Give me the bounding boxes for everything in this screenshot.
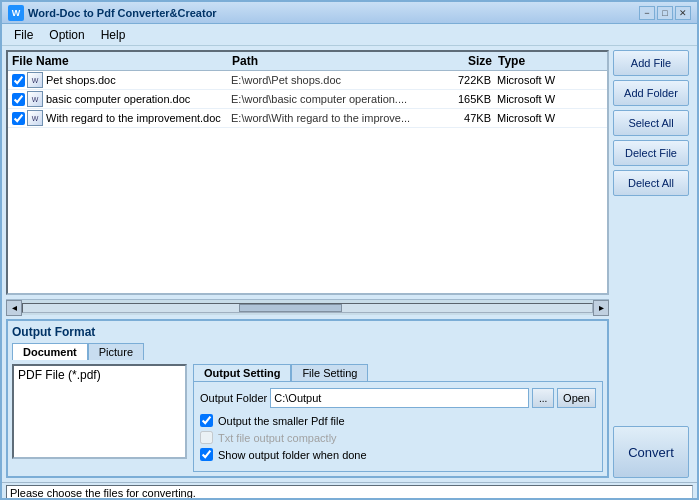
format-tabs: Document Picture <box>12 343 603 360</box>
option-label-1: Txt file output compactly <box>218 432 337 444</box>
file-size: 47KB <box>431 112 491 124</box>
minimize-button[interactable]: − <box>639 6 655 20</box>
convert-button[interactable]: Convert <box>613 426 689 478</box>
table-row: WPet shops.docE:\word\Pet shops.doc722KB… <box>8 71 607 90</box>
file-path: E:\word\With regard to the improve... <box>231 112 431 124</box>
option-label-2: Show output folder when done <box>218 449 367 461</box>
add-file-button[interactable]: Add File <box>613 50 689 76</box>
menu-file[interactable]: File <box>6 26 41 44</box>
file-icon: W <box>27 91 43 107</box>
main-content: File Name Path Size Type WPet shops.docE… <box>2 46 697 482</box>
close-button[interactable]: ✕ <box>675 6 691 20</box>
statusbar: Please choose the files for converting. <box>2 482 697 500</box>
option-checkbox-2[interactable] <box>200 448 213 461</box>
app-icon: W <box>8 5 24 21</box>
status-text: Please choose the files for converting. <box>6 485 693 501</box>
menubar: File Option Help <box>2 24 697 46</box>
file-name: Pet shops.doc <box>46 74 231 86</box>
table-row: WWith regard to the improvement.docE:\wo… <box>8 109 607 128</box>
col-header-size: Size <box>432 54 492 68</box>
option-row: Show output folder when done <box>200 448 596 461</box>
titlebar: W Word-Doc to Pdf Converter&Creator − □ … <box>2 2 697 24</box>
scroll-right-arrow[interactable]: ▸ <box>593 300 609 316</box>
file-icon: W <box>27 72 43 88</box>
table-row: Wbasic computer operation.docE:\word\bas… <box>8 90 607 109</box>
output-folder-label: Output Folder <box>200 392 267 404</box>
option-row: Output the smaller Pdf file <box>200 414 596 427</box>
tab-file-setting[interactable]: File Setting <box>291 364 368 381</box>
scroll-track[interactable] <box>22 303 593 313</box>
file-checkbox[interactable] <box>12 74 25 87</box>
file-checkbox[interactable] <box>12 93 25 106</box>
output-folder-row: Output Folder ... Open <box>200 388 596 408</box>
tab-document[interactable]: Document <box>12 343 88 360</box>
file-path: E:\word\basic computer operation.... <box>231 93 431 105</box>
file-checkbox[interactable] <box>12 112 25 125</box>
col-header-filename: File Name <box>12 54 232 68</box>
settings-body: Output Folder ... Open Output the smalle… <box>193 381 603 472</box>
col-header-path: Path <box>232 54 432 68</box>
file-size: 165KB <box>431 93 491 105</box>
scroll-left-arrow[interactable]: ◂ <box>6 300 22 316</box>
window-controls: − □ ✕ <box>639 6 691 20</box>
title-text: Word-Doc to Pdf Converter&Creator <box>28 7 639 19</box>
output-format-label: Output Format <box>12 325 603 339</box>
tab-picture[interactable]: Picture <box>88 343 144 360</box>
add-folder-button[interactable]: Add Folder <box>613 80 689 106</box>
file-name: basic computer operation.doc <box>46 93 231 105</box>
option-label-0: Output the smaller Pdf file <box>218 415 345 427</box>
option-checkbox-1 <box>200 431 213 444</box>
tab-output-setting[interactable]: Output Setting <box>193 364 291 381</box>
menu-option[interactable]: Option <box>41 26 92 44</box>
output-format-panel: Output Format Document Picture PDF File … <box>6 319 609 478</box>
open-button[interactable]: Open <box>557 388 596 408</box>
format-list-box[interactable]: PDF File (*.pdf) <box>12 364 187 459</box>
option-row: Txt file output compactly <box>200 431 596 444</box>
output-folder-input[interactable] <box>270 388 529 408</box>
right-sidebar: Add File Add Folder Select All Delect Fi… <box>613 50 693 478</box>
menu-help[interactable]: Help <box>93 26 134 44</box>
file-size: 722KB <box>431 74 491 86</box>
restore-button[interactable]: □ <box>657 6 673 20</box>
delect-all-button[interactable]: Delect All <box>613 170 689 196</box>
status-message: Please choose the files for converting. <box>10 487 196 499</box>
file-list-header: File Name Path Size Type <box>8 52 607 71</box>
output-format-body: PDF File (*.pdf) Output Setting File Set… <box>12 364 603 472</box>
file-icon: W <box>27 110 43 126</box>
scroll-thumb[interactable] <box>239 304 341 312</box>
horizontal-scrollbar[interactable]: ◂ ▸ <box>6 299 609 315</box>
file-type: Microsoft W <box>491 93 571 105</box>
format-list-item[interactable]: PDF File (*.pdf) <box>18 368 101 382</box>
file-name: With regard to the improvement.doc <box>46 112 231 124</box>
option-checkbox-0[interactable] <box>200 414 213 427</box>
select-all-button[interactable]: Select All <box>613 110 689 136</box>
browse-button[interactable]: ... <box>532 388 554 408</box>
file-type: Microsoft W <box>491 74 571 86</box>
file-path: E:\word\Pet shops.doc <box>231 74 431 86</box>
options-list: Output the smaller Pdf fileTxt file outp… <box>200 414 596 461</box>
file-type: Microsoft W <box>491 112 571 124</box>
file-list-body: WPet shops.docE:\word\Pet shops.doc722KB… <box>8 71 607 293</box>
delect-file-button[interactable]: Delect File <box>613 140 689 166</box>
settings-tabs: Output Setting File Setting <box>193 364 603 381</box>
settings-panel: Output Setting File Setting Output Folde… <box>193 364 603 472</box>
file-list-container: File Name Path Size Type WPet shops.docE… <box>6 50 609 295</box>
left-panel: File Name Path Size Type WPet shops.docE… <box>6 50 609 478</box>
col-header-type: Type <box>492 54 572 68</box>
